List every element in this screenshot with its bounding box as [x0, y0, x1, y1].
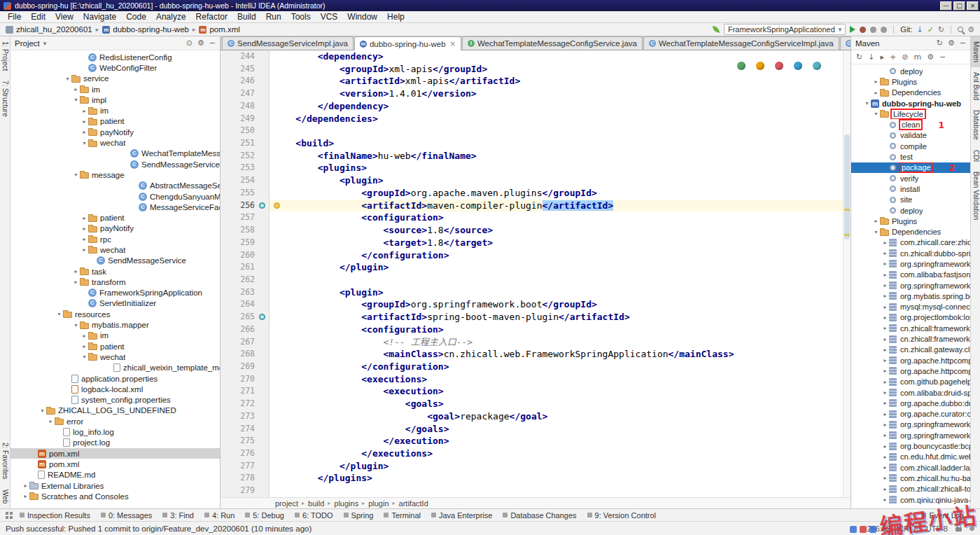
- menu-tools[interactable]: Tools: [286, 11, 316, 22]
- xml-breadcrumb-build[interactable]: build: [308, 499, 324, 508]
- project-item-frameworkspringapplication[interactable]: CFrameworkSpringApplication: [10, 288, 220, 298]
- menu-code[interactable]: Code: [121, 11, 151, 22]
- code-line-269[interactable]: 269 </configuration>: [220, 361, 850, 373]
- expand-toggle-icon[interactable]: ▸: [80, 333, 88, 339]
- run-button[interactable]: [850, 26, 855, 33]
- project-item-abstractmessageservice[interactable]: CAbstractMessageService: [10, 181, 220, 191]
- expand-toggle-icon[interactable]: ▸: [881, 282, 889, 289]
- menu-file[interactable]: File: [3, 11, 26, 22]
- code-line-246[interactable]: 246 <artifactId>xml-apis</artifactId>: [220, 75, 850, 88]
- maven-refresh-icon[interactable]: ↻: [937, 39, 943, 48]
- expand-toggle-icon[interactable]: ▸: [881, 411, 889, 417]
- code-line-248[interactable]: 248 </dependency>: [220, 100, 850, 113]
- toolwindow-button-event-log[interactable]: Event Log: [921, 511, 964, 520]
- project-item-zhicall-weixin-template-message-config-m[interactable]: zhicall_weixin_template_message_config_m: [10, 363, 220, 373]
- menu-navigate[interactable]: Navigate: [78, 11, 121, 22]
- maven-item-lifecycle[interactable]: ▾Lifecycle: [851, 109, 970, 119]
- file-encoding[interactable]: UTF-8: [926, 524, 948, 533]
- expand-toggle-icon[interactable]: ▾: [80, 354, 88, 360]
- maven-hide-icon[interactable]: −: [960, 39, 966, 48]
- expand-toggle-icon[interactable]: ▸: [881, 260, 889, 267]
- toolwindow-button-inspection-results[interactable]: Inspection Results: [20, 511, 90, 520]
- expand-toggle-icon[interactable]: ▸: [872, 218, 880, 224]
- toolwindow-button-database[interactable]: Database: [971, 105, 980, 145]
- debug-button[interactable]: [860, 27, 866, 33]
- project-item-paynotify[interactable]: ▸payNotify: [10, 127, 220, 137]
- toolwindow-button-ant-build[interactable]: Ant Build: [971, 67, 980, 105]
- project-settings-icon[interactable]: ⚙: [197, 39, 204, 48]
- project-item-impl[interactable]: ▾impl: [10, 95, 220, 105]
- expand-toggle-icon[interactable]: ▸: [881, 454, 889, 460]
- code-line-278[interactable]: 278 </plugins>: [220, 472, 850, 485]
- expand-toggle-icon[interactable]: ▸: [872, 90, 880, 96]
- git-commit-icon[interactable]: ✓: [927, 25, 934, 34]
- expand-toggle-icon[interactable]: ▸: [881, 422, 889, 428]
- expand-toggle-icon[interactable]: ▸: [47, 418, 55, 424]
- expand-toggle-icon[interactable]: ▾: [872, 229, 880, 235]
- maven-gear-icon[interactable]: ⚙: [927, 53, 934, 62]
- toolwindow-button-web[interactable]: Web: [0, 485, 10, 508]
- notifications-icon[interactable]: [969, 526, 974, 531]
- code-line-254[interactable]: 254 <plugin>: [220, 174, 850, 187]
- expand-toggle-icon[interactable]: ▾: [72, 172, 80, 178]
- maven-item-org-springframework-boo[interactable]: ▸org.springframework.boo: [851, 419, 970, 430]
- project-item-messageservicefactory[interactable]: CMessageServiceFactory: [10, 202, 220, 212]
- search-everywhere-icon[interactable]: [958, 27, 963, 32]
- maven-item-dependencies[interactable]: ▸Dependencies: [851, 88, 970, 98]
- intention-bulb-icon[interactable]: [274, 202, 280, 209]
- code-line-259[interactable]: 259 <target>1.8</target>: [220, 237, 850, 249]
- maven-item-package[interactable]: package2: [851, 162, 970, 173]
- code-line-272[interactable]: 272 <goals>: [220, 398, 850, 410]
- close-button[interactable]: ×: [967, 1, 979, 11]
- expand-toggle-icon[interactable]: ▸: [881, 304, 889, 310]
- toolwindow-button-3-find[interactable]: 3: Find: [162, 511, 194, 520]
- code-line-255[interactable]: 255 <groupId>org.apache.maven.plugins</g…: [220, 187, 850, 200]
- expand-toggle-icon[interactable]: ▾: [863, 100, 871, 106]
- project-item-im[interactable]: ▸im: [10, 84, 220, 95]
- maven-item-install[interactable]: install: [851, 183, 970, 194]
- expand-toggle-icon[interactable]: ▸: [881, 432, 889, 438]
- project-item-chengdusanyuanmessageservice[interactable]: CChengduSanyuanMessageService: [10, 191, 220, 202]
- menu-build[interactable]: Build: [232, 11, 261, 22]
- maven-item-com-zhicall-care-zhicall-ba[interactable]: ▸com.zhicall.care:zhicall-ba: [851, 237, 970, 248]
- project-item-resources[interactable]: ▾resources: [10, 309, 220, 319]
- project-item-error[interactable]: ▸error: [10, 416, 220, 426]
- code-line-274[interactable]: 274 </goals>: [220, 423, 850, 436]
- project-item-servletinitializer[interactable]: CServletInitializer: [10, 298, 220, 309]
- menu-run[interactable]: Run: [261, 11, 286, 22]
- select-opened-file-icon[interactable]: ⊙: [186, 39, 192, 48]
- menu-help[interactable]: Help: [382, 11, 410, 22]
- maven-item-org-springframework-boo[interactable]: ▸org.springframework.boo: [851, 430, 970, 440]
- toolwindow-button-4-run[interactable]: 4: Run: [204, 511, 234, 520]
- toolwindow-button-bean-validation[interactable]: Bean Validation: [971, 167, 980, 225]
- project-item-pom-xml[interactable]: mpom.xml: [10, 459, 220, 469]
- maven-item-org-apache-dubbo-dubbo[interactable]: ▸org.apache.dubbo:dubbo-: [851, 398, 970, 408]
- maven-item-validate[interactable]: validate: [851, 130, 970, 141]
- code-line-250[interactable]: 250: [220, 125, 850, 137]
- editor-tab-dubbo-spring-hu-web[interactable]: mdubbo-spring-hu-web×: [354, 36, 461, 50]
- code-line-264[interactable]: 264 <groupId>org.springframework.boot</g…: [220, 298, 850, 311]
- maven-item-cn-zhicall-framework-sp[interactable]: ▸cn.zhicall:framework-sp: [851, 323, 970, 333]
- project-item-redislistenerconfig[interactable]: CRedisListenerConfig: [10, 52, 220, 62]
- maven-item-org-apache-curator-curato[interactable]: ▸org.apache.curator:curato: [851, 409, 970, 419]
- code-line-275[interactable]: 275 </execution>: [220, 435, 850, 447]
- maven-collapse-icon[interactable]: −: [939, 53, 946, 62]
- toolwindow-button-terminal[interactable]: Terminal: [384, 511, 421, 520]
- maven-item-cn-edu-hfut-dmic-webcolle[interactable]: ▸cn.edu.hfut.dmic.webcolle: [851, 452, 970, 462]
- project-item-pom-xml[interactable]: mpom.xml: [10, 448, 220, 459]
- toolwindow-button-5-debug[interactable]: 5: Debug: [245, 511, 284, 520]
- expand-toggle-icon[interactable]: ▾: [80, 140, 88, 146]
- maven-item-cn-zhicall-framework-sp[interactable]: ▸cn.zhicall:framework-sp: [851, 333, 970, 344]
- project-item-patient[interactable]: ▸patient: [10, 116, 220, 127]
- expand-toggle-icon[interactable]: ▸: [881, 486, 889, 492]
- project-item-wechat[interactable]: ▾wechat: [10, 352, 220, 362]
- maven-item-com-github-pagehelper-pa[interactable]: ▸com.github.pagehelper:pa: [851, 377, 970, 387]
- maven-item-com-zhicall-zhicall-tool-0-0[interactable]: ▸com.zhicall:zhicall-tool:0.0: [851, 484, 970, 494]
- expand-toggle-icon[interactable]: ▸: [881, 379, 889, 385]
- gutter-plugin-icon[interactable]: [259, 314, 265, 320]
- maven-item-com-alibaba-druid-spring[interactable]: ▸com.alibaba:druid-spring-: [851, 387, 970, 398]
- maven-item-org-bouncycastle-bcprov[interactable]: ▸org.bouncycastle:bcprov-: [851, 440, 970, 451]
- maven-item-org-springframework-bo[interactable]: ▸org.springframework.bo: [851, 258, 970, 269]
- maven-m-icon[interactable]: m: [913, 53, 921, 62]
- maven-item-verify[interactable]: verify: [851, 173, 970, 183]
